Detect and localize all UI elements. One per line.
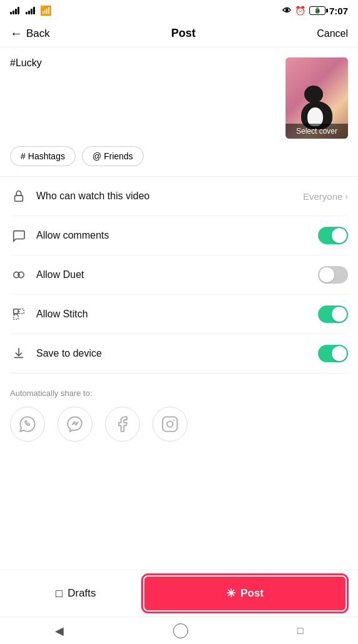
download-icon [10,345,27,362]
back-arrow-icon: ← [10,26,22,41]
cover-thumbnail[interactable]: Select cover [286,57,348,139]
share-section-title: Automatically share to: [10,389,348,398]
svg-rect-3 [14,309,18,314]
drafts-button[interactable]: □ Drafts [10,577,142,610]
hashtags-button[interactable]: # Hashtags [10,146,76,166]
drafts-label: Drafts [67,587,96,600]
nav-back-icon[interactable]: ◀ [55,624,64,638]
drafts-icon: □ [56,587,62,600]
facebook-share-button[interactable] [105,407,140,442]
duet-icon [10,266,27,284]
lock-icon [10,187,27,205]
battery-indicator: 18 [309,6,326,15]
post-button-wrapper: ✳ Post [142,577,348,610]
toggle-knob [319,267,334,282]
nav-bar: ◀ □ [0,617,358,644]
status-bar: 📶 👁 ⏰ 18 7:07 [0,0,358,19]
svg-rect-0 [15,196,23,201]
caption-area: #Lucky Select cover [0,47,358,146]
setting-save-to-device: Save to device [10,334,348,374]
toggle-knob [332,346,347,361]
status-right: 👁 ⏰ 18 7:07 [282,6,348,16]
alarm-icon: ⏰ [295,6,306,16]
pet-image [298,86,336,129]
at-symbol: @ [92,151,101,161]
nav-home-icon[interactable] [173,623,188,638]
setting-allow-duet: Allow Duet [10,255,348,295]
signal-bar-2 [26,7,35,14]
hashtag-symbol: # [21,151,26,161]
tag-buttons-area: # Hashtags @ Friends [0,146,358,176]
page-title: Post [171,27,196,40]
caption-text: #Lucky [10,57,278,69]
back-label: Back [26,27,50,40]
hashtags-label: Hashtags [28,151,65,161]
stitch-icon [10,305,27,323]
save-to-device-toggle[interactable] [318,345,348,362]
svg-rect-5 [14,315,18,319]
share-icons-list [10,407,348,442]
wifi-icon: 📶 [40,5,52,16]
friends-label: Friends [104,151,133,161]
who-can-watch-label: Who can watch this video [36,191,303,202]
allow-comments-toggle[interactable] [318,227,348,244]
header: ← Back Post Cancel [0,19,358,47]
post-button[interactable]: ✳ Post [144,577,346,610]
chevron-right-icon: › [345,191,348,201]
nav-recent-icon[interactable]: □ [297,625,304,637]
comment-icon [10,227,27,244]
setting-who-can-watch[interactable]: Who can watch this video Everyone › [10,177,348,216]
select-cover-label: Select cover [286,124,348,139]
eye-icon: 👁 [282,6,291,16]
allow-comments-label: Allow comments [36,230,318,241]
who-can-watch-value: Everyone › [303,191,348,202]
signal-indicators: 📶 [10,5,52,16]
settings-list: Who can watch this video Everyone › Allo… [0,177,358,374]
whatsapp-share-button[interactable] [10,407,45,442]
instagram-share-button[interactable] [152,407,187,442]
caption-input-area[interactable]: #Lucky [10,57,278,69]
post-icon: ✳ [226,587,236,600]
svg-point-7 [167,421,172,427]
allow-stitch-toggle[interactable] [318,305,348,323]
bottom-spacer [0,447,358,509]
svg-point-8 [173,419,174,420]
toggle-knob [332,307,347,322]
setting-allow-stitch: Allow Stitch [10,295,348,334]
back-button[interactable]: ← Back [10,26,50,41]
post-label: Post [241,587,264,600]
save-to-device-label: Save to device [36,348,318,359]
allow-duet-label: Allow Duet [36,269,318,280]
allow-duet-toggle[interactable] [318,266,348,284]
bottom-bar: □ Drafts ✳ Post [0,570,358,617]
messenger-share-button[interactable] [57,407,92,442]
cancel-button[interactable]: Cancel [317,28,348,39]
svg-rect-6 [162,417,177,431]
friends-button[interactable]: @ Friends [82,146,144,166]
allow-stitch-label: Allow Stitch [36,309,318,320]
signal-bar-1 [10,7,19,14]
setting-allow-comments: Allow comments [10,216,348,255]
everyone-text: Everyone [303,191,342,202]
share-section: Automatically share to: [0,374,358,447]
time-display: 7:07 [329,6,348,16]
toggle-knob [332,228,347,243]
svg-rect-4 [19,309,24,314]
